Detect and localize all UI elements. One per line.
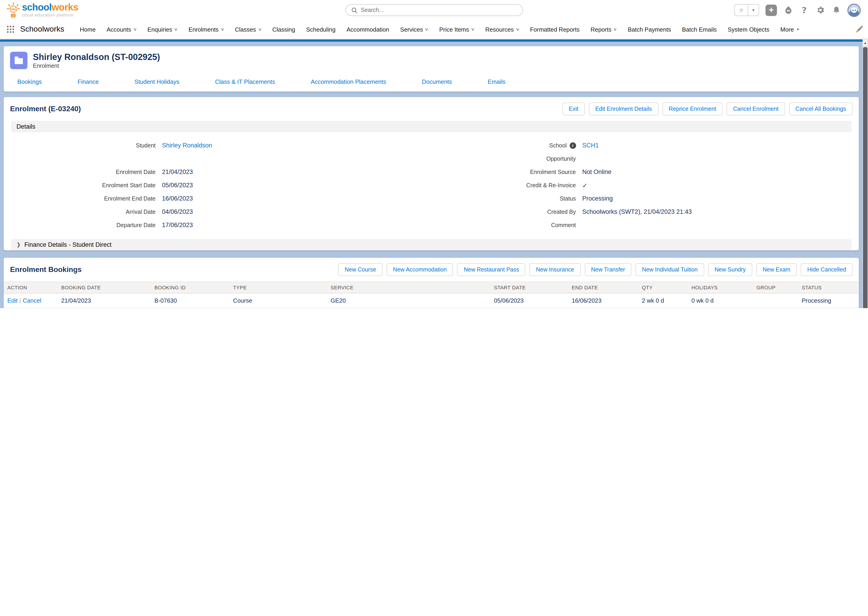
column-header: BOOKING DATE [57, 282, 150, 293]
field-student: Student Shirley Ronaldson [11, 139, 431, 152]
profile-avatar[interactable] [848, 3, 861, 17]
vertical-scrollbar-thumb[interactable] [863, 47, 868, 308]
new-insurance-button[interactable]: New Insurance [530, 263, 581, 276]
favorites-expand-icon[interactable]: ▼ [748, 4, 759, 16]
subtab-emails[interactable]: Emails [488, 78, 506, 85]
reprice-enrolment-button[interactable]: Reprice Enrolment [662, 102, 722, 115]
nav-tab-system-objects[interactable]: System Objects [722, 26, 775, 33]
subtab-accommodation-placements[interactable]: Accommodation Placements [311, 78, 386, 85]
nav-tab-resources[interactable]: Resources∨ [480, 26, 524, 33]
enrolment-bookings-card: Enrolment Bookings New Course New Accomm… [4, 258, 859, 308]
scroll-up-arrow-icon[interactable]: ▲ [863, 39, 868, 46]
field-comment: Comment [431, 218, 852, 232]
page-title: Shirley Ronaldson (ST-002925) [33, 52, 160, 63]
chevron-down-icon: ∨ [471, 27, 475, 31]
edit-enrolment-details-button[interactable]: Edit Enrolment Details [589, 102, 658, 115]
subtab-finance[interactable]: Finance [78, 78, 99, 85]
favorites-star-icon[interactable]: ★ [735, 4, 748, 16]
nav-tab-enrolments[interactable]: Enrolments∨ [183, 26, 229, 33]
edit-link[interactable]: Edit [7, 297, 17, 304]
new-transfer-button[interactable]: New Transfer [584, 263, 631, 276]
chevron-right-icon: ❯ [16, 242, 20, 248]
vertical-scrollbar[interactable]: ▲ [863, 39, 868, 308]
global-search-input[interactable]: Search... [345, 4, 523, 16]
field-enrolment-start-date: Enrolment Start Date05/06/2023 [11, 179, 431, 192]
field-opportunity: Opportunity [431, 152, 852, 165]
column-header: GROUP [753, 282, 798, 293]
search-placeholder: Search... [361, 7, 384, 13]
cancel-enrolment-button[interactable]: Cancel Enrolment [727, 102, 785, 115]
nav-tabs: Home Accounts∨ Enquiries∨ Enrolments∨ Cl… [74, 26, 855, 33]
nav-tab-home[interactable]: Home [74, 26, 101, 33]
subtab-student-holidays[interactable]: Student Holidays [134, 78, 179, 85]
subtab-class-it-placements[interactable]: Class & IT Placements [215, 78, 275, 85]
school-link[interactable]: SCH1 [582, 142, 599, 149]
new-exam-button[interactable]: New Exam [756, 263, 797, 276]
schoolworks-logo: schoolworks cloud education platform [0, 2, 78, 18]
utility-bar: schoolworks cloud education platform Sea… [0, 0, 868, 20]
nav-tab-formatted-reports[interactable]: Formatted Reports [525, 26, 585, 33]
hide-cancelled-button[interactable]: Hide Cancelled [801, 263, 852, 276]
column-header: SERVICE [327, 282, 490, 293]
app-launcher-icon[interactable] [6, 25, 15, 33]
column-header: BOOKING ID [151, 282, 229, 293]
nav-tab-accommodation[interactable]: Accommodation [341, 26, 395, 33]
nav-tab-services[interactable]: Services∨ [395, 26, 434, 33]
nav-tab-enquiries[interactable]: Enquiries∨ [142, 26, 183, 33]
bookings-card-title: Enrolment Bookings [10, 266, 81, 274]
chevron-down-icon: ∨ [220, 27, 224, 31]
new-restaurant-pass-button[interactable]: New Restaurant Pass [458, 263, 525, 276]
app-name: Schoolworks [20, 25, 64, 34]
favorites-control: ★ ▼ [735, 4, 759, 16]
column-header: HOLIDAYS [688, 282, 753, 293]
column-header: END DATE [568, 282, 638, 293]
logo-word-school: school [22, 2, 52, 13]
field-status: StatusProcessing [431, 192, 852, 205]
notifications-bell-icon[interactable] [831, 5, 841, 15]
exit-button[interactable]: Exit [562, 102, 585, 115]
guidance-icon[interactable] [783, 5, 793, 15]
nav-tab-batch-payments[interactable]: Batch Payments [622, 26, 677, 33]
record-header-card: Shirley Ronaldson (ST-002925) Enrolment … [4, 46, 859, 91]
help-icon[interactable]: ? [799, 5, 809, 15]
subtab-documents[interactable]: Documents [422, 78, 452, 85]
app-window: schoolworks cloud education platform Sea… [0, 0, 868, 308]
record-object-type: Enrolment [33, 63, 160, 69]
new-individual-tuition-button[interactable]: New Individual Tuition [636, 263, 704, 276]
nav-tab-more[interactable]: More▼ [775, 26, 805, 33]
search-icon [351, 7, 357, 13]
nav-tab-classing[interactable]: Classing [267, 26, 301, 33]
add-icon[interactable]: + [766, 4, 777, 16]
checkmark-icon: ✓ [582, 182, 588, 189]
lightbulb-sketch-icon [6, 2, 20, 18]
new-sundry-button[interactable]: New Sundry [708, 263, 752, 276]
nav-tab-accounts[interactable]: Accounts∨ [101, 26, 142, 33]
column-header: ACTION [4, 282, 57, 293]
logo-tagline: cloud education platform [22, 13, 78, 17]
nav-tab-price-items[interactable]: Price Items∨ [434, 26, 480, 33]
nav-tab-batch-emails[interactable]: Batch Emails [677, 26, 722, 33]
edit-pencil-icon[interactable] [855, 25, 863, 33]
cancel-all-bookings-button[interactable]: Cancel All Bookings [789, 102, 852, 115]
chevron-down-icon: ∨ [133, 27, 137, 31]
cancel-link[interactable]: Cancel [23, 297, 41, 304]
setup-gear-icon[interactable] [815, 5, 825, 15]
column-header: STATUS [798, 282, 859, 293]
student-link[interactable]: Shirley Ronaldson [162, 142, 212, 149]
info-icon[interactable]: i [569, 142, 576, 149]
bookings-table: ACTION BOOKING DATE BOOKING ID TYPE SERV… [4, 281, 859, 308]
table-row: Edit|Cancel 21/04/2023 B-07630 Course GE… [4, 293, 859, 308]
field-enrolment-end-date: Enrolment End Date16/06/2023 [11, 192, 431, 205]
table-header-row: ACTION BOOKING DATE BOOKING ID TYPE SERV… [4, 282, 859, 293]
chevron-down-filled-icon: ▼ [796, 27, 800, 31]
finance-details-toggle[interactable]: ❯ Finance Details - Student Direct [11, 239, 852, 250]
nav-tab-reports[interactable]: Reports∨ [585, 26, 622, 33]
new-accommodation-button[interactable]: New Accommodation [387, 263, 453, 276]
chevron-down-icon: ∨ [174, 27, 178, 31]
nav-tab-classes[interactable]: Classes∨ [229, 26, 267, 33]
new-course-button[interactable]: New Course [338, 263, 383, 276]
enrolment-card-title: Enrolment (E-03240) [10, 105, 81, 113]
field-enrolment-date: Enrolment Date21/04/2023 [11, 165, 431, 179]
nav-tab-scheduling[interactable]: Scheduling [301, 26, 341, 33]
subtab-bookings[interactable]: Bookings [17, 78, 42, 85]
